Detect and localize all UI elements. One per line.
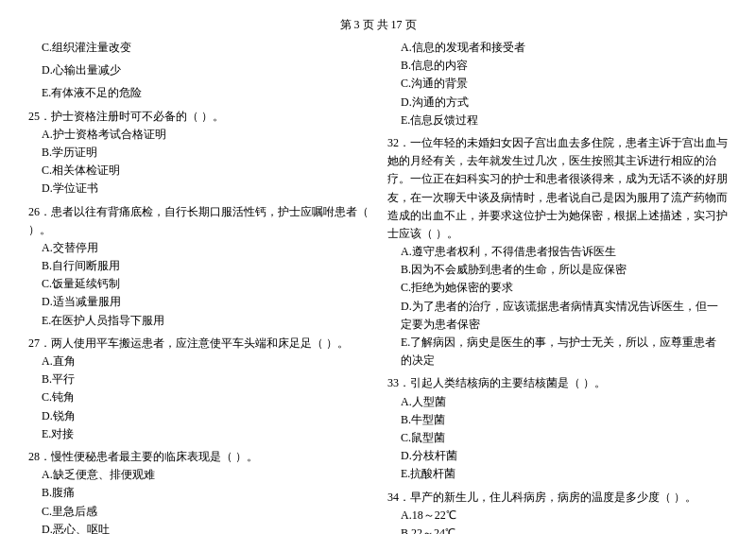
question-26: 26．患者以往有背痛底检，自行长期口服活性钙，护士应嘱咐患者（ ）。 A.交替停… xyxy=(28,203,369,330)
q26-opt-c: C.饭量延续钙制 xyxy=(28,275,369,293)
q32-title: 32．一位年轻的未婚妇女因子宫出血去多住院，患者主诉于宫出血与她的月经有关，去年… xyxy=(387,134,728,243)
q27-opt-c: C.钝角 xyxy=(28,388,369,406)
q25-title: 25．护士资格注册时可不必备的（ ）。 xyxy=(28,108,369,126)
q32-opt-d: D.为了患者的治疗，应该谎据患者病情真实情况告诉医生，但一定要为患者保密 xyxy=(387,298,728,334)
q27-title: 27．两人使用平车搬运患者，应注意使平车头端和床足足（ ）。 xyxy=(28,335,369,353)
q27-opt-b: B.平行 xyxy=(28,370,369,388)
q33-opt-a: A.人型菌 xyxy=(387,393,728,411)
q26-opt-a: A.交替停用 xyxy=(28,239,369,257)
right-column: A.信息的发现者和接受者 B.信息的内容 C.沟通的背景 D.沟通的方式 E.信… xyxy=(378,39,728,534)
question-25: 25．护士资格注册时可不必备的（ ）。 A.护士资格考试合格证明 B.学历证明 … xyxy=(28,108,369,198)
left-column: C.组织灌注量改变 D.心输出量减少 E.有体液不足的危险 25．护士资格注册时… xyxy=(28,39,378,534)
page-footer: 第 3 页 共 17 页 xyxy=(28,17,728,33)
q31-opt-a: A.信息的发现者和接受者 xyxy=(387,39,728,57)
q26-opt-b: B.自行间断服用 xyxy=(28,257,369,275)
question-32: 32．一位年轻的未婚妇女因子宫出血去多住院，患者主诉于宫出血与她的月经有关，去年… xyxy=(387,134,728,370)
option-text: E.有体液不足的危险 xyxy=(28,84,369,102)
q25-opt-c: C.相关体检证明 xyxy=(28,162,369,180)
q31-opt-e: E.信息反馈过程 xyxy=(387,112,728,129)
q34-title: 34．早产的新生儿，住儿科病房，病房的温度是多少度（ ）。 xyxy=(387,489,728,507)
q33-opt-b: B.牛型菌 xyxy=(387,411,728,429)
q31-opt-c: C.沟通的背景 xyxy=(387,75,728,93)
q25-opt-a: A.护士资格考试合格证明 xyxy=(28,126,369,144)
main-content: C.组织灌注量改变 D.心输出量减少 E.有体液不足的危险 25．护士资格注册时… xyxy=(28,39,728,534)
option-text: C.组织灌注量改变 xyxy=(28,39,369,57)
q32-opt-c: C.拒绝为她保密的要求 xyxy=(387,279,728,297)
q32-opt-e: E.了解病因，病史是医生的事，与护士无关，所以，应尊重患者的决定 xyxy=(387,334,728,370)
q28-opt-b: B.腹痛 xyxy=(28,484,369,502)
option-text: D.心输出量减少 xyxy=(28,61,369,79)
q26-title: 26．患者以往有背痛底检，自行长期口服活性钙，护士应嘱咐患者（ ）。 xyxy=(28,203,369,239)
q27-opt-a: A.直角 xyxy=(28,353,369,370)
page-number: 第 3 页 共 17 页 xyxy=(340,18,417,31)
q26-opt-d: D.适当减量服用 xyxy=(28,293,369,311)
q27-opt-e: E.对接 xyxy=(28,425,369,443)
q28-opt-c: C.里急后感 xyxy=(28,503,369,521)
q25-opt-b: B.学历证明 xyxy=(28,144,369,162)
q31-opt-b: B.信息的内容 xyxy=(387,57,728,75)
question-34: 34．早产的新生儿，住儿科病房，病房的温度是多少度（ ）。 A.18～22℃ B… xyxy=(387,489,728,535)
q33-title: 33．引起人类结核病的主要结核菌是（ ）。 xyxy=(387,374,728,392)
q32-opt-b: B.因为不会威胁到患者的生命，所以是应保密 xyxy=(387,261,728,279)
q34-opt-a: A.18～22℃ xyxy=(387,507,728,525)
q32-opt-a: A.遵守患者权利，不得借患者报告告诉医生 xyxy=(387,243,728,261)
q31-opt-d: D.沟通的方式 xyxy=(387,94,728,112)
q33-opt-d: D.分枝杆菌 xyxy=(387,447,728,465)
question-33: 33．引起人类结核病的主要结核菌是（ ）。 A.人型菌 B.牛型菌 C.鼠型菌 … xyxy=(387,374,728,483)
q34-opt-b: B.22～24℃ xyxy=(387,525,728,534)
q25-opt-d: D.学位证书 xyxy=(28,180,369,198)
q27-opt-d: D.锐角 xyxy=(28,407,369,425)
q28-opt-d: D.恶心、呕吐 xyxy=(28,521,369,534)
q28-title: 28．慢性便秘患者最主要的临床表现是（ ）。 xyxy=(28,448,369,466)
q33-opt-e: E.抗酸杆菌 xyxy=(387,465,728,483)
q28-opt-a: A.缺乏便意、排便观难 xyxy=(28,466,369,484)
question-27: 27．两人使用平车搬运患者，应注意使平车头端和床足足（ ）。 A.直角 B.平行… xyxy=(28,335,369,443)
question-31-options: A.信息的发现者和接受者 B.信息的内容 C.沟通的背景 D.沟通的方式 E.信… xyxy=(387,39,728,129)
q26-opt-e: E.在医护人员指导下服用 xyxy=(28,312,369,330)
option-d-cardiac: D.心输出量减少 xyxy=(28,61,369,79)
option-c-org: C.组织灌注量改变 xyxy=(28,39,369,57)
q33-opt-c: C.鼠型菌 xyxy=(387,429,728,447)
option-e-fluid: E.有体液不足的危险 xyxy=(28,84,369,102)
question-28: 28．慢性便秘患者最主要的临床表现是（ ）。 A.缺乏便意、排便观难 B.腹痛 … xyxy=(28,448,369,534)
